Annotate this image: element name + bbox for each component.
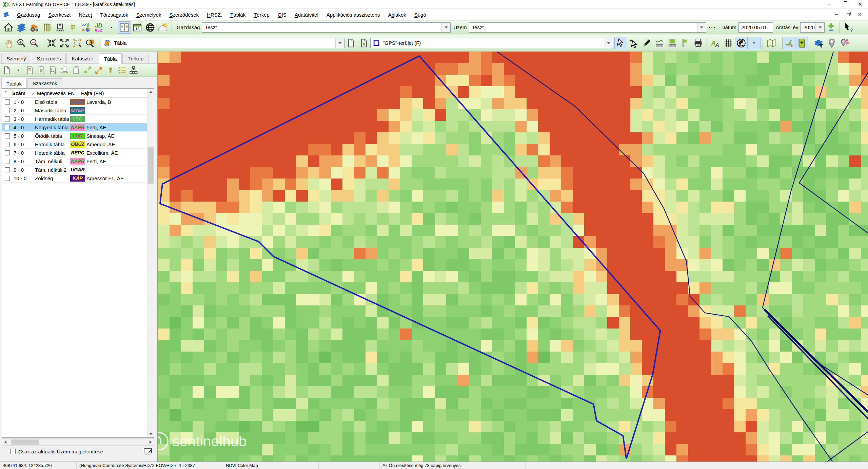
table-row[interactable]: 4 - 0Negyedik táblaNAPRFerti, ÁE [2,123,147,132]
grain-store-icon[interactable] [41,21,54,34]
close-button[interactable]: × [852,0,868,8]
excel-export-button[interactable] [357,37,370,49]
mdi-minimize-button[interactable] [831,11,842,19]
horizontal-scroll-thumb[interactable] [11,439,39,445]
menu-item-s-g-[interactable]: Súgó [410,9,430,20]
plant-combo[interactable]: Teszt [469,22,706,33]
new-document-button[interactable] [344,37,357,49]
zoom-window-icon[interactable] [84,37,97,49]
add-year-button[interactable] [825,21,837,34]
collapse-orange-icon[interactable] [94,65,104,76]
tab-t-rk-p[interactable]: Térkép [122,54,149,63]
row-checkbox[interactable] [5,159,10,164]
row-checkbox[interactable] [5,108,10,113]
menu-item-szem-lyek[interactable]: Személyek [132,9,165,20]
menu-item-n-zet[interactable]: Nézet [75,9,96,20]
menu-item-szerz-d-sek[interactable]: Szerződések [165,9,203,20]
current-plant-only-checkbox[interactable] [10,449,16,454]
menu-item-applik-ci-s-asszisztens[interactable]: Applikációs asszisztens [322,9,384,20]
scroll-down-icon[interactable] [147,431,154,437]
menu-item-adat-tvitel[interactable]: Adatátvitel [291,9,322,20]
tab-szerz-d-s[interactable]: Szerződés [32,54,66,63]
dropdown-caret-icon[interactable] [105,21,118,34]
shrink-arrows-icon[interactable] [45,37,58,49]
row-checkbox[interactable] [5,116,10,121]
charts-icon[interactable] [79,21,92,34]
notebook-icon[interactable] [118,21,131,34]
header-num[interactable]: Szám [12,90,25,96]
dropdown-caret-icon[interactable] [13,65,24,76]
header-variety[interactable]: Fajta (FN) [81,90,104,96]
copy-assign-icon[interactable] [59,65,70,76]
table-row[interactable]: 1 - 0Első táblaÁRPALaverda, B [2,98,147,106]
minimize-button[interactable] [821,0,837,8]
bird-add-icon[interactable] [782,37,795,49]
zoom-out-icon[interactable] [28,37,41,49]
layers-filter-icon[interactable] [812,37,825,49]
pin-icon[interactable] [825,37,838,49]
header-star[interactable]: * [5,90,6,95]
menu-item-t-rk-p[interactable]: Térkép [250,9,274,20]
mdi-close-button[interactable]: × [854,11,865,19]
row-checkbox[interactable] [5,176,10,181]
layer-combo-arrow-icon[interactable] [604,38,613,48]
restore-button[interactable] [837,0,852,8]
checklist-icon[interactable] [117,65,127,76]
grid-tool-icon[interactable] [722,37,735,49]
new-doc-icon[interactable] [1,65,12,76]
table-row[interactable]: 6 - 0Hatodik táblaŐBÚZAmerigo, ÁE [2,140,147,149]
table-row[interactable]: 7 - 0Hetedik táblaREPCExcellium, ÁE [2,149,147,157]
copy-icon[interactable] [71,65,81,76]
ndvi-map[interactable]: sentinelhub [158,52,868,462]
printer-icon[interactable] [692,37,705,49]
wheat-icon[interactable] [66,21,79,34]
globe-icon[interactable] [144,21,157,34]
vertical-scroll-thumb[interactable] [148,147,154,184]
text-tool-icon[interactable]: AA [709,37,722,49]
table-combo-arrow-icon[interactable] [335,38,344,48]
pen-icon[interactable] [640,37,653,49]
plant-combo-arrow-icon[interactable] [697,23,706,32]
more-button[interactable]: ··· [709,24,716,30]
map-sheet-icon[interactable] [765,37,778,49]
cursor-add-icon[interactable] [627,37,640,49]
scroll-up-icon[interactable] [147,89,154,95]
subtab-szakaszok[interactable]: Szakaszok [27,78,62,88]
table-select-combo[interactable]: Tábla [101,38,344,48]
menu-item-gazdas-g[interactable]: Gazdaság [13,9,44,20]
row-checkbox[interactable] [5,133,10,138]
menu-item-t-bl-k[interactable]: Táblák [226,9,250,20]
row-checkbox[interactable] [5,150,10,155]
header-name[interactable]: Megnevezés [37,90,66,96]
hand-icon[interactable] [2,37,15,49]
dropdown-caret-icon[interactable] [748,37,761,49]
doc-preview-icon[interactable] [47,65,58,76]
doc-lines-icon[interactable] [24,65,35,76]
home-icon[interactable] [2,21,15,34]
menu-item-t-rzsadatok[interactable]: Törzsadatok [96,9,132,20]
table-row[interactable]: 9 - 0Tám. nélküli 2UGAR [2,166,147,174]
horizontal-scrollbar[interactable] [2,438,154,446]
context-help-button[interactable]: ? [842,21,855,34]
menu-item-ablakok[interactable]: Ablakok [384,9,410,20]
table-row[interactable]: 10 - 0ZöldségKÁPAgressor F1, ÁE [2,174,147,183]
tractor-icon[interactable] [28,21,41,34]
farm-combo[interactable]: Teszt [202,22,451,33]
row-checkbox[interactable] [5,99,10,105]
date-field[interactable]: 2020.05.01. [738,22,773,33]
tab-szem-ly[interactable]: Személy [1,54,31,63]
table-row[interactable]: 8 - 0Tám. nélküliNAPRFerti, ÁE [2,157,147,166]
wheat-small-icon[interactable] [105,65,116,76]
table-row[interactable]: 5 - 0Ötödik táblaLUCSinesap, ÁE [2,132,147,140]
menu-item-szerkeszt[interactable]: Szerkeszt [44,9,75,20]
tab-kataszter[interactable]: Kataszter [66,54,98,63]
row-checkbox[interactable] [5,125,10,130]
cursor-icon[interactable] [614,37,627,49]
row-checkbox[interactable] [5,167,10,172]
farm-combo-arrow-icon[interactable] [441,23,450,32]
harvest-year-combo-arrow-icon[interactable] [815,23,824,32]
menu-item-hrsz-[interactable]: HRSZ. [203,9,226,20]
panel-settings-icon[interactable] [144,448,152,455]
hierarchy-icon[interactable] [128,65,139,76]
zoom-in-icon[interactable] [15,37,28,49]
